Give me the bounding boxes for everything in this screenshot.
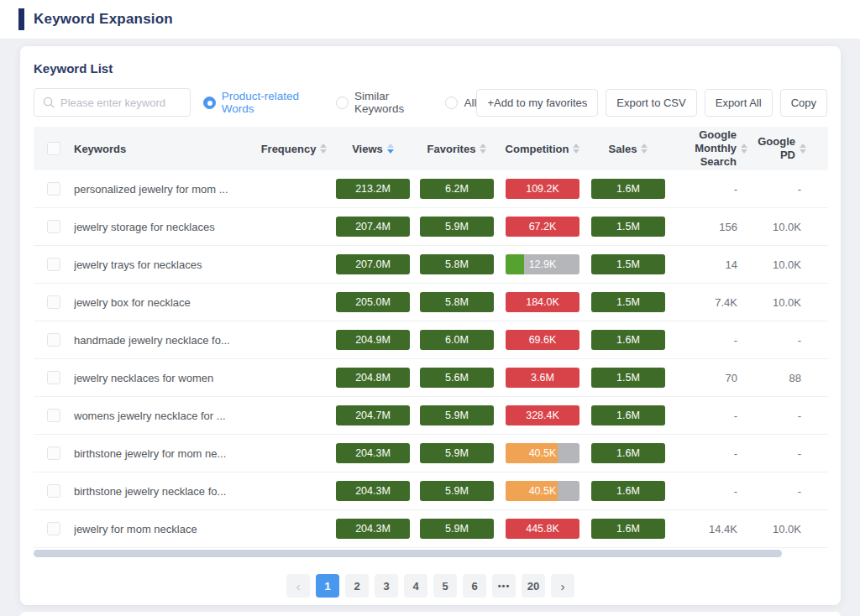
column-header-sales: Sales: [586, 143, 670, 155]
sort-icon[interactable]: [573, 144, 579, 154]
sales-cell: 1.6M: [586, 330, 670, 350]
keyword-list-panel: Keyword List Product-related WordsSimila…: [20, 46, 841, 605]
column-header-line: PD: [758, 149, 795, 162]
competition-badge: 69.6K: [506, 330, 579, 350]
sort-icon[interactable]: [387, 144, 394, 154]
badge-value: 204.8M: [355, 372, 391, 384]
table-row: jewelry trays for necklaces207.0M5.8M12.…: [34, 246, 828, 284]
filter-radio-product-related-words[interactable]: Product-related Words: [203, 90, 322, 115]
column-header-line: Monthly Search: [670, 142, 737, 169]
filter-radio-similar-keywords[interactable]: Similar Keywords: [336, 90, 433, 115]
views-badge: 204.8M: [336, 368, 410, 388]
sales-cell: 1.6M: [586, 179, 670, 199]
views-badge: 204.3M: [336, 481, 410, 501]
next-card-top-edge: [20, 612, 841, 616]
google-pd-cell: -: [763, 334, 828, 347]
competition-cell: 3.6M: [499, 368, 586, 388]
favorites-cell: 5.9M: [415, 405, 499, 425]
sort-up-caret: [800, 144, 806, 148]
export-all-button[interactable]: Export All: [705, 89, 773, 117]
google-pd-cell: 88: [763, 372, 828, 384]
radio-icon: [336, 97, 349, 109]
row-checkbox[interactable]: [47, 220, 60, 233]
horizontal-scrollbar-thumb[interactable]: [34, 550, 782, 557]
badge-value: 1.6M: [616, 447, 640, 459]
competition-badge: 445.8K: [506, 519, 579, 539]
views-cell: 204.3M: [331, 519, 415, 539]
row-checkbox[interactable]: [47, 182, 60, 196]
row-checkbox[interactable]: [47, 409, 60, 422]
badge-value: 204.9M: [355, 334, 391, 346]
sales-cell: 1.5M: [586, 292, 670, 312]
keyword-search-box[interactable]: [34, 88, 191, 117]
row-checkbox[interactable]: [47, 371, 60, 384]
radio-icon: [203, 97, 216, 109]
row-checkbox[interactable]: [47, 484, 60, 498]
copy-button[interactable]: Copy: [780, 89, 827, 117]
row-checkbox[interactable]: [47, 295, 60, 309]
views-badge: 204.7M: [336, 405, 410, 425]
views-cell: 205.0M: [331, 292, 415, 312]
badge-value: 67.2K: [529, 221, 557, 232]
badge-value: 1.6M: [616, 410, 640, 421]
favorites-cell: 5.9M: [415, 481, 499, 501]
row-checkbox[interactable]: [47, 522, 60, 535]
competition-cell: 109.2K: [499, 179, 586, 199]
horizontal-scrollbar-track[interactable]: [34, 550, 847, 557]
pagination-page-4[interactable]: 4: [404, 574, 427, 598]
column-header-keyword: Keywords: [74, 143, 257, 155]
sort-icon[interactable]: [741, 144, 747, 154]
sales-cell: 1.6M: [586, 405, 670, 425]
google-monthly-search-cell: 14.4K: [670, 523, 763, 535]
sales-badge: 1.6M: [591, 179, 665, 199]
favorites-badge: 5.9M: [420, 443, 494, 463]
badge-value: 1.5M: [616, 372, 640, 384]
column-header-gms: GoogleMonthly Search: [670, 128, 763, 169]
pagination-next-button[interactable]: ›: [551, 574, 574, 598]
row-checkbox[interactable]: [47, 258, 60, 271]
row-checkbox[interactable]: [47, 333, 60, 347]
column-header-frequency: Frequency: [257, 143, 331, 155]
badge-value: 1.5M: [616, 296, 640, 308]
column-header-label: GooglePD: [758, 135, 795, 162]
search-input[interactable]: [60, 97, 181, 109]
table-row: jewelry box for necklace205.0M5.8M184.0K…: [34, 284, 828, 321]
pagination-page-3[interactable]: 3: [375, 574, 398, 598]
badge-value: 328.4K: [526, 410, 559, 421]
keyword-cell: personalized jewelry for mom ...: [74, 183, 257, 196]
add-to-favorites-button[interactable]: +Add to my favorites: [476, 89, 598, 117]
sort-down-caret: [741, 149, 747, 154]
badge-value: 1.6M: [616, 485, 640, 497]
pagination-page-5[interactable]: 5: [433, 574, 457, 598]
panel-title: Keyword List: [34, 61, 827, 76]
pagination-ellipsis[interactable]: •••: [492, 574, 516, 598]
sales-badge: 1.5M: [591, 292, 665, 312]
pagination-page-2[interactable]: 2: [345, 574, 369, 598]
google-monthly-search-cell: 7.4K: [670, 296, 763, 309]
pagination-page-1[interactable]: 1: [316, 574, 339, 598]
row-checkbox[interactable]: [47, 446, 60, 460]
sort-icon[interactable]: [320, 144, 327, 154]
select-all-checkbox[interactable]: [47, 142, 60, 155]
row-select-cell: [34, 220, 74, 233]
badge-value: 12.9K: [529, 258, 557, 270]
pagination-page-6[interactable]: 6: [463, 574, 486, 598]
export-to-csv-button[interactable]: Export to CSV: [606, 89, 696, 117]
favorites-cell: 6.0M: [415, 330, 499, 350]
sales-badge: 1.6M: [591, 519, 665, 539]
filter-radio-all[interactable]: All: [445, 97, 476, 109]
favorites-cell: 5.6M: [415, 368, 499, 388]
column-header-label: Competition: [506, 143, 569, 155]
action-buttons: +Add to my favoritesExport to CSVExport …: [476, 89, 827, 117]
sales-badge: 1.6M: [591, 330, 665, 350]
favorites-badge: 6.2M: [420, 179, 494, 199]
keyword-table: KeywordsFrequencyViewsFavoritesCompetiti…: [34, 127, 828, 548]
pagination-page-20[interactable]: 20: [522, 574, 545, 598]
sort-icon[interactable]: [480, 144, 486, 154]
pagination-prev-button[interactable]: ‹: [286, 574, 310, 598]
sort-icon[interactable]: [641, 144, 648, 154]
favorites-badge: 5.9M: [420, 217, 494, 237]
title-accent-bar: [18, 8, 24, 30]
sales-badge: 1.6M: [591, 405, 665, 425]
sort-icon[interactable]: [800, 144, 806, 154]
